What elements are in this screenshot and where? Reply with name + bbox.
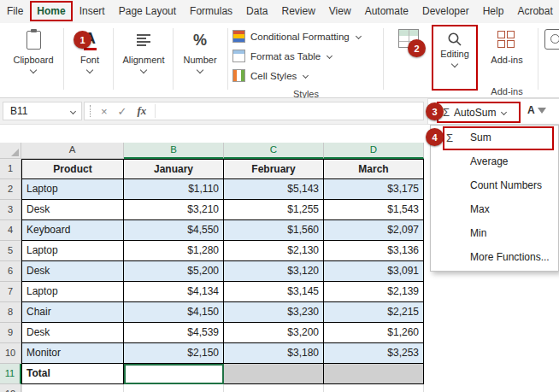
cell-c11-selected[interactable] <box>224 364 324 384</box>
editing-group-button[interactable]: Editing <box>432 25 478 91</box>
cell-c3[interactable]: $1,255 <box>224 200 324 220</box>
cell-c7[interactable]: $3,145 <box>224 282 324 302</box>
cell-a11[interactable]: Total <box>21 364 124 384</box>
conditional-formatting-button[interactable]: Conditional Formatting <box>232 26 361 46</box>
row-header[interactable]: 3 <box>0 200 21 220</box>
row-header[interactable]: 5 <box>0 241 21 261</box>
cell-b9[interactable]: $4,539 <box>124 323 224 343</box>
tab-automate[interactable]: Automate <box>358 0 415 23</box>
cell-c10[interactable]: $3,180 <box>224 343 324 364</box>
cell-d6[interactable]: $3,091 <box>324 261 424 282</box>
tab-data[interactable]: Data <box>239 0 274 23</box>
tab-acrobat[interactable]: Acrobat <box>510 0 559 23</box>
cell-a3[interactable]: Desk <box>21 200 124 220</box>
number-group-button[interactable]: % Number <box>175 26 225 73</box>
cell-c5[interactable]: $2,130 <box>224 241 324 261</box>
menu-item-min[interactable]: Min <box>431 221 558 245</box>
row-header[interactable]: 2 <box>0 179 21 200</box>
cell-c1[interactable]: February <box>224 159 324 179</box>
cell-b1[interactable]: January <box>124 159 224 179</box>
column-header-c[interactable]: C <box>224 143 324 159</box>
group-separator <box>173 28 174 90</box>
cell-d1[interactable]: March <box>324 159 424 179</box>
cell-b4[interactable]: $4,550 <box>124 220 224 241</box>
cancel-icon[interactable]: × <box>101 105 108 118</box>
cell-c9[interactable]: $3,200 <box>224 323 324 343</box>
row-header[interactable]: 8 <box>0 302 21 323</box>
cell-a10[interactable]: Monitor <box>21 343 124 364</box>
tab-insert[interactable]: Insert <box>73 0 112 23</box>
cell-d7[interactable]: $2,139 <box>324 282 424 302</box>
tab-view[interactable]: View <box>322 0 358 23</box>
menu-item-sum[interactable]: Σ Sum <box>431 126 558 149</box>
cell-c2[interactable]: $5,143 <box>224 179 324 200</box>
cell-b7[interactable]: $4,134 <box>124 282 224 302</box>
clipboard-group-button[interactable]: Clipboard <box>7 26 60 73</box>
cell-a2[interactable]: Laptop <box>21 179 124 200</box>
cell-a12[interactable] <box>21 384 124 392</box>
cell-c8[interactable]: $3,230 <box>224 302 324 323</box>
cell-c12[interactable] <box>224 384 324 392</box>
menu-item-more-functions[interactable]: More Functions... <box>431 245 558 269</box>
menu-item-max[interactable]: Max <box>431 197 558 221</box>
cell-b3[interactable]: $3,210 <box>124 200 224 220</box>
cell-b5[interactable]: $1,280 <box>124 241 224 261</box>
row-header[interactable]: 10 <box>0 343 21 364</box>
row-header[interactable]: 1 <box>0 159 21 179</box>
cell-b12[interactable] <box>124 384 224 392</box>
cell-styles-button[interactable]: Cell Styles <box>232 66 308 85</box>
cell-d4[interactable]: $2,097 <box>324 220 424 241</box>
column-header-d[interactable]: D <box>324 143 424 159</box>
cell-b11-active[interactable] <box>124 364 224 384</box>
cell-c6[interactable]: $3,120 <box>224 261 324 282</box>
cell-d12[interactable] <box>324 384 424 392</box>
row-header[interactable]: 4 <box>0 220 21 241</box>
cell-a4[interactable]: Keyboard <box>21 220 124 241</box>
row-header[interactable]: 11 <box>0 364 21 384</box>
cell-d11-selected[interactable] <box>324 364 424 384</box>
tab-file[interactable]: File <box>0 0 30 23</box>
menu-item-average[interactable]: Average <box>431 149 558 173</box>
select-all-corner[interactable] <box>0 143 21 159</box>
cell-a6[interactable]: Desk <box>21 261 124 282</box>
row-header[interactable]: 9 <box>0 323 21 343</box>
cell-b8[interactable]: $4,150 <box>124 302 224 323</box>
menu-item-count-numbers[interactable]: Count Numbers <box>431 173 558 197</box>
cell-a1[interactable]: Product <box>21 159 124 179</box>
cell-b6[interactable]: $5,200 <box>124 261 224 282</box>
cell-c4[interactable]: $1,560 <box>224 220 324 241</box>
cell-b10[interactable]: $2,150 <box>124 343 224 364</box>
cell-b2[interactable]: $1,110 <box>124 179 224 200</box>
cell-d10[interactable]: $3,253 <box>324 343 424 364</box>
tab-formulas[interactable]: Formulas <box>183 0 239 23</box>
cell-a9[interactable]: Desk <box>21 323 124 343</box>
name-box[interactable]: B11 <box>3 102 82 120</box>
row-header[interactable]: 6 <box>0 261 21 282</box>
cell-d3[interactable]: $1,543 <box>324 200 424 220</box>
cell-d2[interactable]: $3,175 <box>324 179 424 200</box>
divider <box>155 104 156 118</box>
column-header-b[interactable]: B <box>124 143 224 159</box>
alignment-group-button[interactable]: Alignment <box>116 26 171 73</box>
enter-icon[interactable]: ✓ <box>118 105 127 118</box>
tab-developer[interactable]: Developer <box>415 0 476 23</box>
tab-help[interactable]: Help <box>476 0 511 23</box>
format-as-table-button[interactable]: Format as Table <box>232 46 332 66</box>
cell-d9[interactable]: $1,260 <box>324 323 424 343</box>
insert-function-icon[interactable]: fx <box>138 104 147 118</box>
row-header[interactable]: 7 <box>0 282 21 302</box>
sort-filter-button[interactable]: A <box>527 104 546 116</box>
cell-d5[interactable]: $3,136 <box>324 241 424 261</box>
row-header[interactable]: 12 <box>0 384 21 392</box>
tab-review[interactable]: Review <box>274 0 321 23</box>
tab-page-layout[interactable]: Page Layout <box>112 0 183 23</box>
cell-a5[interactable]: Laptop <box>21 241 124 261</box>
column-header-a[interactable]: A <box>21 143 124 159</box>
autosum-button[interactable]: Σ AutoSum <box>437 102 521 123</box>
addins-button[interactable]: Add-ins <box>484 26 530 65</box>
cell-d8[interactable]: $2,215 <box>324 302 424 323</box>
cell-a8[interactable]: Chair <box>21 302 124 323</box>
tab-home[interactable]: Home <box>30 0 72 23</box>
analyze-data-icon[interactable] <box>544 29 559 50</box>
cell-a7[interactable]: Laptop <box>21 282 124 302</box>
